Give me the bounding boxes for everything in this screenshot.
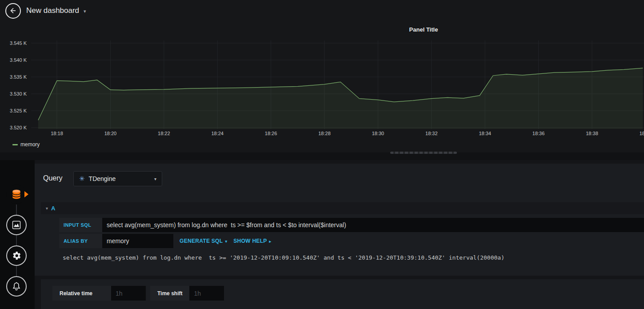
collapse-caret-icon: ▾ [46, 206, 48, 211]
time-shift-input[interactable] [189, 286, 224, 301]
chevron-down-icon[interactable]: ▾ [84, 7, 86, 14]
tab-visualization[interactable] [6, 215, 27, 235]
legend-label-memory[interactable]: memory [20, 141, 40, 148]
relative-time-input[interactable] [111, 286, 146, 301]
topbar: New dashboard ▾ [0, 0, 644, 21]
query-ref-row[interactable]: ▾ A [41, 202, 644, 214]
svg-text:18:26: 18:26 [265, 131, 277, 136]
datasource-picker[interactable]: ✳ TDengine ▾ [73, 171, 162, 186]
svg-text:3.525 K: 3.525 K [10, 108, 27, 113]
show-help-button[interactable]: SHOW HELP ▸ [233, 238, 271, 244]
alias-by-row: ALIAS BY GENERATE SQL ▾ SHOW HELP ▸ [59, 234, 644, 248]
relative-time-label: Relative time [52, 286, 111, 301]
query-panel: Query ✳ TDengine ▾ ▾ A INPUT SQL [35, 164, 644, 276]
query-form: INPUT SQL ALIAS BY GENERATE SQL ▾ SHOW H… [59, 218, 644, 261]
alias-by-label: ALIAS BY [59, 234, 102, 248]
svg-text:18:36: 18:36 [532, 131, 545, 136]
panel-edit-area: Query ✳ TDengine ▾ ▾ A INPUT SQL [0, 160, 644, 309]
svg-text:18:40: 18:40 [640, 131, 644, 136]
tdengine-logo-icon: ✳ [79, 175, 85, 183]
legend-series-color [12, 144, 18, 145]
input-sql-field[interactable] [102, 218, 644, 232]
tab-queries[interactable] [6, 184, 27, 205]
svg-text:18:24: 18:24 [211, 131, 224, 136]
query-editor-content: Query ✳ TDengine ▾ ▾ A INPUT SQL [35, 160, 644, 309]
alias-by-field[interactable] [102, 234, 173, 248]
tab-alert[interactable] [6, 276, 27, 297]
svg-text:3.540 K: 3.540 K [10, 57, 27, 63]
graph-icon [11, 220, 22, 230]
query-ref-id: A [51, 205, 55, 212]
svg-text:18:28: 18:28 [318, 131, 331, 136]
svg-text:3.520 K: 3.520 K [10, 125, 27, 130]
svg-text:18:32: 18:32 [425, 131, 438, 136]
database-icon [11, 189, 22, 200]
generated-sql-text: select avg(mem_system) from log.dn where… [59, 254, 644, 261]
input-sql-row: INPUT SQL [59, 218, 644, 232]
memory-time-series-chart[interactable]: 3.545 K3.540 K3.535 K3.530 K3.525 K3.520… [0, 38, 644, 142]
svg-text:3.535 K: 3.535 K [10, 74, 27, 80]
svg-text:3.545 K: 3.545 K [10, 40, 27, 46]
show-help-label: SHOW HELP [233, 238, 267, 244]
generate-sql-label: GENERATE SQL [180, 238, 223, 244]
horizontal-scrollbar[interactable] [390, 152, 457, 154]
panel-title[interactable]: Panel Title [409, 26, 438, 33]
svg-text:3.530 K: 3.530 K [10, 91, 27, 96]
edit-tab-rail [0, 160, 35, 309]
time-shift-label: Time shift [150, 286, 189, 301]
bell-icon [11, 281, 22, 292]
chevron-down-icon: ▾ [225, 239, 227, 244]
time-options-row: Relative time Time shift [52, 286, 224, 301]
svg-text:18:30: 18:30 [372, 131, 384, 136]
query-section-title: Query [43, 174, 63, 182]
chevron-down-icon: ▾ [154, 177, 156, 181]
arrow-left-icon [9, 6, 18, 15]
gear-icon [11, 250, 22, 261]
input-sql-label: INPUT SQL [59, 218, 102, 232]
svg-text:18:20: 18:20 [104, 131, 117, 136]
datasource-name: TDengine [89, 175, 116, 182]
chevron-right-icon: ▸ [269, 239, 272, 244]
svg-text:18:22: 18:22 [158, 131, 170, 136]
graph-panel: Panel Title 3.545 K3.540 K3.535 K3.530 K… [0, 21, 644, 152]
rail-connector-line [16, 194, 17, 286]
chart-legend: memory [12, 141, 40, 148]
back-button[interactable] [5, 3, 21, 19]
time-options-panel: Relative time Time shift [41, 279, 644, 309]
generate-sql-button[interactable]: GENERATE SQL ▾ [180, 238, 227, 244]
svg-text:18:18: 18:18 [51, 131, 63, 136]
svg-text:18:34: 18:34 [479, 131, 491, 136]
tab-general[interactable] [6, 245, 27, 266]
dashboard-title[interactable]: New dashboard [26, 6, 79, 15]
svg-text:18:38: 18:38 [586, 131, 598, 136]
